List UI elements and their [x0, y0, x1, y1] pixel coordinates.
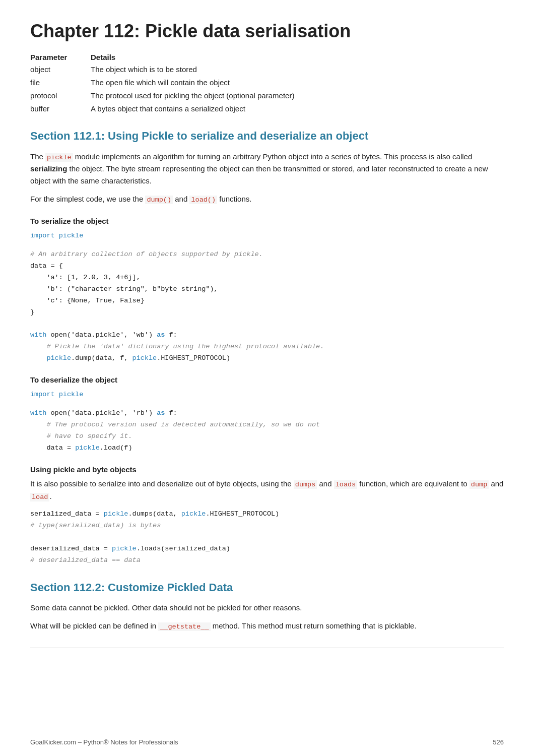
byte-objects-code-block: serialized_data = pickle.dumps(data, pic…	[30, 509, 504, 566]
deserialize-heading: To deserialize the object	[30, 375, 504, 384]
loads-inline-code: loads	[334, 480, 358, 489]
param-buffer: buffer	[30, 103, 91, 115]
param-header: Parameter	[30, 53, 91, 61]
serialize-code-block: # An arbitrary collection of objects sup…	[30, 249, 504, 364]
serialize-import-block: import pickle	[30, 230, 504, 242]
serialize-heading: To serialize the object	[30, 217, 504, 225]
details-protocol: The protocol used for pickling the objec…	[91, 90, 294, 102]
page-title: Chapter 112: Pickle data serialisation	[30, 20, 504, 42]
byte-objects-paragraph: It is also possible to serialize into an…	[30, 478, 504, 502]
dump-inline-code: dump()	[145, 196, 173, 204]
pickle-inline-code: pickle	[45, 153, 73, 162]
section2-paragraph-1: Some data cannot be pickled. Other data …	[30, 602, 504, 614]
section1-title: Section 112.1: Using Pickle to serialize…	[30, 129, 504, 144]
load-ref-code: load	[30, 493, 49, 501]
details-object: The object which is to be stored	[91, 64, 197, 76]
load-inline-code: load()	[189, 196, 217, 204]
deserialize-import-block: import pickle	[30, 389, 504, 401]
details-buffer: A bytes object that contains a serialize…	[91, 103, 245, 115]
param-table: Parameter Details object The object whic…	[30, 53, 504, 115]
dumps-inline-code: dumps	[294, 480, 317, 489]
byte-objects-heading: Using pickle and byte objects	[30, 465, 504, 474]
param-object: object	[30, 64, 91, 76]
details-header: Details	[91, 53, 115, 61]
footer: GoalKicker.com – Python® Notes for Profe…	[30, 738, 504, 746]
intro-paragraph-2: For the simplest code, we use the dump()…	[30, 193, 504, 206]
details-file: The open file which will contain the obj…	[91, 77, 230, 89]
footer-divider	[30, 648, 504, 648]
param-protocol: protocol	[30, 90, 91, 102]
section2-paragraph-2: What will be pickled can be defined in _…	[30, 620, 504, 633]
footer-left: GoalKicker.com – Python® Notes for Profe…	[30, 738, 178, 746]
dump-ref-code: dump	[470, 480, 489, 489]
deserialize-code-block: with open('data.pickle', 'rb') as f: # T…	[30, 408, 504, 454]
intro-paragraph-1: The pickle module implements an algorith…	[30, 151, 504, 187]
getstate-inline-code: __getstate__	[158, 622, 210, 631]
param-file: file	[30, 77, 91, 89]
section2-title: Section 112.2: Customize Pickled Data	[30, 581, 504, 595]
footer-right: 526	[493, 738, 504, 746]
